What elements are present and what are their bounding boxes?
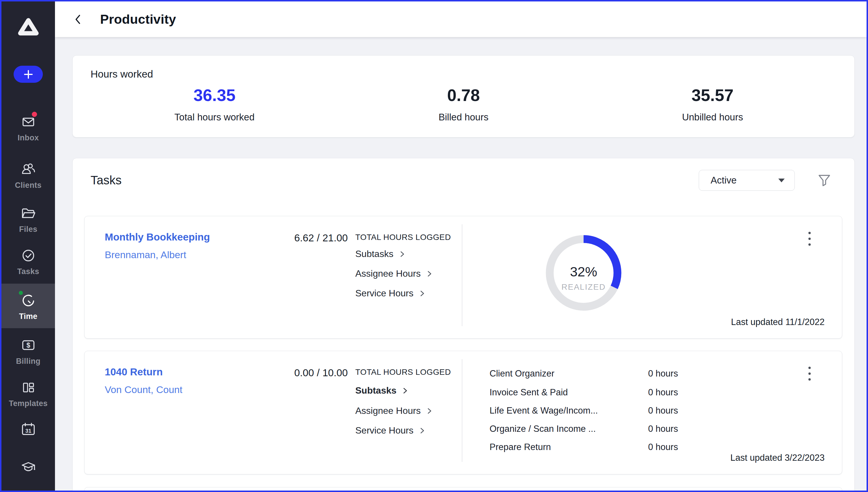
check-circle-icon — [20, 247, 36, 264]
task-name-link[interactable]: 1040 Return — [105, 366, 162, 378]
service-hours-expander[interactable]: Service Hours — [355, 288, 425, 299]
sidebar-item-education[interactable] — [1, 459, 55, 478]
realized-donut-chart: 32% REALIZED — [543, 232, 624, 314]
card-divider — [462, 359, 462, 462]
dollar-card-icon: $ — [20, 337, 36, 353]
sidebar-item-label: Billing — [16, 357, 41, 366]
sidebar-item-label: Tasks — [17, 267, 39, 276]
subtask-name: Life Event & Wage/Incom... — [489, 405, 598, 416]
subtask-name: Organize / Scan Income ... — [489, 424, 596, 434]
page-header: Productivity — [55, 1, 867, 37]
stat-value: 0.78 — [447, 86, 480, 105]
folder-icon — [20, 205, 36, 221]
sidebar-item-label: Templates — [9, 399, 47, 408]
chevron-right-icon — [419, 290, 425, 297]
subtask-hours: 0 hours — [648, 368, 678, 379]
stat-label: Billed hours — [439, 112, 488, 123]
sidebar-item-clients[interactable]: Clients — [1, 161, 55, 190]
sidebar-item-label: Inbox — [18, 133, 39, 142]
chevron-right-icon — [427, 270, 432, 277]
svg-text:$: $ — [26, 342, 30, 349]
stat-label: Unbilled hours — [682, 112, 743, 123]
sidebar-item-time[interactable]: Time — [1, 284, 55, 328]
last-updated-text: Last updated 3/22/2023 — [730, 453, 825, 463]
task-status-select[interactable]: Active — [699, 170, 795, 191]
sidebar: Inbox Clients Files Tasks Time — [1, 1, 55, 491]
chevron-right-icon — [399, 250, 405, 258]
subtasks-expander[interactable]: Subtasks — [355, 249, 405, 259]
subtasks-expander[interactable]: Subtasks — [355, 385, 408, 396]
tasks-section-title: Tasks — [91, 173, 122, 187]
subtask-hours: 0 hours — [648, 387, 678, 398]
svg-text:31: 31 — [25, 428, 31, 434]
expander-label: Subtasks — [355, 385, 397, 396]
back-button[interactable] — [72, 12, 83, 27]
stat-total-hours: 36.35 Total hours worked — [90, 86, 339, 123]
expander-label: Assignee Hours — [355, 405, 421, 416]
sidebar-item-files[interactable]: Files — [1, 205, 55, 233]
canopy-logo-icon — [17, 17, 40, 37]
page-title: Productivity — [100, 12, 176, 27]
task-status-value: Active — [711, 175, 778, 186]
total-hours-logged-label: TOTAL HOURS LOGGED — [355, 233, 451, 242]
subtask-hours: 0 hours — [648, 405, 678, 416]
assignee-hours-expander[interactable]: Assignee Hours — [355, 268, 432, 279]
hours-fraction: 6.62 / 21.00 — [264, 232, 348, 244]
subtask-hours: 0 hours — [648, 442, 678, 452]
sidebar-item-label: Clients — [15, 181, 42, 190]
sidebar-item-templates[interactable]: Templates — [1, 379, 55, 408]
subtask-name: Client Organizer — [489, 368, 554, 379]
stat-value: 35.57 — [691, 86, 734, 105]
stat-label: Total hours worked — [175, 112, 255, 123]
stat-billed-hours: 0.78 Billed hours — [339, 86, 588, 123]
assignee-hours-expander[interactable]: Assignee Hours — [355, 405, 432, 416]
hours-stats-row: 36.35 Total hours worked 0.78 Billed hou… — [90, 86, 837, 123]
plus-icon — [23, 69, 33, 80]
chevron-left-icon — [74, 13, 81, 25]
chevron-down-icon — [778, 178, 785, 182]
sidebar-item-label: Time — [19, 312, 37, 321]
expander-label: Service Hours — [355, 425, 413, 436]
sidebar-item-calendar[interactable]: 31 — [1, 421, 55, 441]
hours-fraction: 0.00 / 10.00 — [264, 367, 348, 378]
task-menu-button[interactable] — [804, 364, 815, 383]
main-area: Productivity Hours worked 36.35 Total ho… — [55, 1, 867, 491]
chevron-right-icon — [427, 407, 432, 415]
expander-label: Assignee Hours — [355, 268, 421, 279]
filter-funnel-icon — [817, 173, 832, 188]
task-name-link[interactable]: Monthly Bookkeeping — [105, 231, 210, 243]
task-card-next — [84, 487, 842, 492]
task-menu-button[interactable] — [804, 229, 815, 248]
task-client-link[interactable]: Von Count, Count — [105, 384, 182, 395]
subtask-hours: 0 hours — [648, 424, 678, 434]
task-client-link[interactable]: Brennaman, Albert — [105, 249, 186, 261]
templates-grid-icon — [20, 379, 36, 396]
last-updated-text: Last updated 11/1/2022 — [731, 317, 825, 327]
sidebar-item-label: Files — [19, 225, 37, 233]
sidebar-item-billing[interactable]: $ Billing — [1, 337, 55, 366]
task-card-monthly-bookkeeping: Monthly Bookkeeping Brennaman, Albert 6.… — [84, 216, 842, 339]
subtask-name: Prepare Return — [489, 442, 551, 452]
service-hours-expander[interactable]: Service Hours — [355, 425, 425, 436]
filter-button[interactable] — [816, 172, 833, 189]
total-hours-logged-label: TOTAL HOURS LOGGED — [355, 368, 451, 377]
mail-icon — [20, 114, 36, 130]
app-window: Inbox Clients Files Tasks Time — [0, 0, 868, 492]
add-button[interactable] — [14, 66, 43, 83]
clock-icon — [20, 292, 36, 309]
hours-worked-card: Hours worked 36.35 Total hours worked 0.… — [72, 55, 855, 138]
graduation-cap-icon — [20, 459, 36, 475]
app-logo[interactable] — [1, 17, 55, 37]
sidebar-item-inbox[interactable]: Inbox — [1, 114, 55, 142]
stat-value: 36.35 — [194, 86, 235, 105]
stat-unbilled-hours: 35.57 Unbilled hours — [588, 86, 837, 123]
chevron-right-icon — [419, 427, 425, 435]
expander-label: Subtasks — [355, 249, 393, 259]
calendar-icon: 31 — [20, 421, 36, 437]
notification-dot — [32, 112, 37, 117]
donut-caption: REALIZED — [562, 282, 606, 291]
sidebar-item-tasks[interactable]: Tasks — [1, 247, 55, 276]
donut-percent-label: 32% — [570, 264, 597, 279]
card-divider — [462, 224, 462, 326]
subtask-name: Invoice Sent & Paid — [489, 387, 568, 398]
